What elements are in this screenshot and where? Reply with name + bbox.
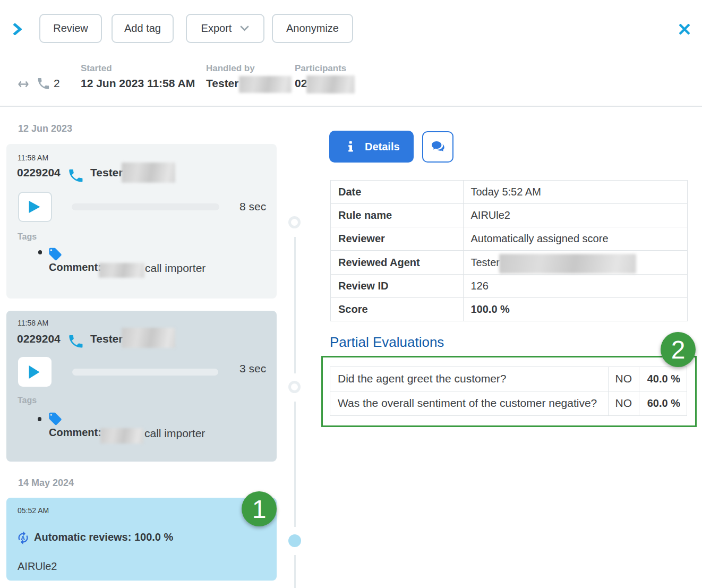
svg-text:A: A: [21, 535, 25, 541]
